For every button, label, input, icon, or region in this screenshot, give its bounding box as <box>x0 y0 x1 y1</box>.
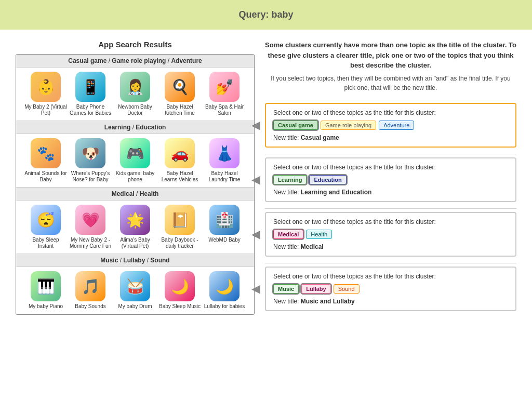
app-icon: 🎮 <box>120 138 150 168</box>
app-icon: 🏥 <box>209 205 240 235</box>
app-icon: 🚗 <box>165 138 195 168</box>
topic-selector-label: Select one or two of these topics as the… <box>273 164 508 171</box>
app-label: My New Baby 2 - Mommy Care Fun <box>69 237 112 249</box>
app-item[interactable]: 🌙Lullaby for babies <box>203 271 246 310</box>
app-label: WebMD Baby <box>208 237 241 243</box>
app-icon: 🌟 <box>120 205 150 235</box>
topic-selector-label: Select one or two of these topics as the… <box>273 109 508 116</box>
app-icon: 📱 <box>75 72 105 102</box>
cluster-header-medical: Medical / Health <box>16 188 254 201</box>
topic-button-health[interactable]: Health <box>306 230 332 239</box>
cluster-apps-medical: 😴Baby Sleep Instant💗My New Baby 2 - Momm… <box>16 201 254 254</box>
app-item[interactable]: 👗Baby Hazel Laundry Time <box>203 138 246 183</box>
app-item[interactable]: 🚗Baby Hazel Learns Vehicles <box>158 138 201 183</box>
app-item[interactable]: 😴Baby Sleep Instant <box>24 205 67 249</box>
arrow-icon: ◀ <box>251 282 260 296</box>
new-title-learning: New title: Learning and Education <box>273 189 508 196</box>
topic-buttons-music: MusicLullabySound <box>273 284 508 294</box>
app-item[interactable]: 🌙Baby Sleep Music <box>158 271 201 310</box>
instruction-bold: Some clusters currently have more than o… <box>265 41 516 69</box>
query-bar: Query: baby <box>0 0 532 30</box>
app-label: Where's Puppy's Nose? for Baby <box>69 170 112 183</box>
app-item[interactable]: 🎮Kids game: baby phone <box>114 138 156 183</box>
topic-button-adventure[interactable]: Adventure <box>379 121 414 130</box>
app-icon: 👗 <box>209 138 240 168</box>
main-content: App Search Results Casual game / Game ro… <box>0 40 532 317</box>
new-title-casual: New title: Casual game <box>273 134 508 141</box>
cluster-apps-music: 🎹My baby Piano🎵Baby Sounds🥁My baby Drum🌙… <box>16 267 254 314</box>
arrow-icon: ◀ <box>251 118 260 132</box>
topic-selector-casual: ◀Select one or two of these topics as th… <box>265 103 516 148</box>
topic-selector-label: Select one or two of these topics as the… <box>273 273 508 280</box>
app-label: Baby Spa & Hair Salon <box>203 104 246 116</box>
app-label: Animal Sounds for Baby <box>24 170 67 183</box>
app-item[interactable]: 🌟Alima's Baby (Virtual Pet) <box>114 205 156 249</box>
cluster-header-music: Music / Lullaby / Sound <box>16 254 254 267</box>
app-item[interactable]: 💅Baby Spa & Hair Salon <box>203 72 246 116</box>
topic-button-education[interactable]: Education <box>309 175 346 184</box>
topic-button-lullaby[interactable]: Lullaby <box>301 284 331 294</box>
topic-button-sound[interactable]: Sound <box>334 284 360 294</box>
cluster-section-music: Music / Lullaby / Sound🎹My baby Piano🎵Ba… <box>16 254 254 314</box>
app-item[interactable]: 💗My New Baby 2 - Mommy Care Fun <box>69 205 112 249</box>
topic-button-music[interactable]: Music <box>273 284 299 294</box>
app-label: Baby Daybook - daily tracker <box>158 237 201 249</box>
app-icon: 📔 <box>165 205 195 235</box>
right-panel: Some clusters currently have more than o… <box>265 40 516 317</box>
divider <box>265 263 516 263</box>
topic-button-game-role-playing[interactable]: Game role playing <box>321 121 376 130</box>
app-icon: 💗 <box>75 205 105 235</box>
app-item[interactable]: 🐾Animal Sounds for Baby <box>24 138 67 183</box>
app-item[interactable]: 🎹My baby Piano <box>24 271 67 310</box>
topic-button-medical[interactable]: Medical <box>273 230 303 239</box>
topic-button-learning[interactable]: Learning <box>273 175 307 184</box>
topic-selector-label: Select one or two of these topics as the… <box>273 218 508 225</box>
arrow-icon: ◀ <box>251 228 260 241</box>
app-label: Newborn Baby Doctor <box>114 104 156 116</box>
app-item[interactable]: 👩‍⚕️Newborn Baby Doctor <box>114 72 156 116</box>
app-label: Lullaby for babies <box>204 303 245 310</box>
clusters-box: Casual game / Game role playing / Advent… <box>16 54 255 315</box>
topic-selectors-container: ◀Select one or two of these topics as th… <box>265 103 516 311</box>
app-item[interactable]: 🏥WebMD Baby <box>203 205 246 249</box>
app-icon: 🐶 <box>75 138 105 168</box>
app-label: Baby Hazel Learns Vehicles <box>158 170 201 183</box>
app-icon: 🎵 <box>75 271 105 301</box>
app-icon: 🌙 <box>209 271 240 301</box>
new-title-music: New title: Music and Lullaby <box>273 298 508 305</box>
app-label: My baby Piano <box>29 303 63 310</box>
app-item[interactable]: 📔Baby Daybook - daily tracker <box>158 205 201 249</box>
app-icon: 🎹 <box>31 271 61 301</box>
app-icon: 👶 <box>31 72 61 102</box>
app-label: Baby Sounds <box>75 303 106 310</box>
app-icon: 🥁 <box>120 271 150 301</box>
topic-buttons-learning: LearningEducation <box>273 175 508 184</box>
new-title-medical: New title: Medical <box>273 243 508 250</box>
topic-button-casual-game[interactable]: Casual game <box>273 121 318 130</box>
app-icon: 👩‍⚕️ <box>120 72 150 102</box>
query-value: baby <box>272 9 294 20</box>
app-label: Kids game: baby phone <box>114 170 156 183</box>
topic-selector-learning: ◀Select one or two of these topics as th… <box>265 157 516 202</box>
app-item[interactable]: 🐶Where's Puppy's Nose? for Baby <box>69 138 112 183</box>
topic-buttons-casual: Casual gameGame role playingAdventure <box>273 121 508 130</box>
app-item[interactable]: 🍳Baby Hazel Kitchen Time <box>158 72 201 116</box>
cluster-section-casual: Casual game / Game role playing / Advent… <box>16 55 254 121</box>
arrow-icon: ◀ <box>251 173 260 187</box>
app-item[interactable]: 📱Baby Phone Games for Babies <box>69 72 112 116</box>
app-label: Baby Hazel Laundry Time <box>203 170 246 183</box>
app-item[interactable]: 🎵Baby Sounds <box>69 271 112 310</box>
app-item[interactable]: 🥁My baby Drum <box>114 271 156 310</box>
cluster-apps-casual: 👶My Baby 2 (Virtual Pet)📱Baby Phone Game… <box>16 68 254 121</box>
app-label: Baby Sleep Instant <box>24 237 67 249</box>
cluster-section-learning: Learning / Education🐾Animal Sounds for B… <box>16 121 254 188</box>
app-icon: 💅 <box>209 72 240 102</box>
app-icon: 🌙 <box>165 271 195 301</box>
app-icon: 🐾 <box>31 138 61 168</box>
cluster-apps-learning: 🐾Animal Sounds for Baby🐶Where's Puppy's … <box>16 134 254 188</box>
cluster-header-learning: Learning / Education <box>16 121 254 134</box>
app-item[interactable]: 👶My Baby 2 (Virtual Pet) <box>24 72 67 116</box>
app-label: Baby Sleep Music <box>159 303 201 310</box>
left-panel: App Search Results Casual game / Game ro… <box>16 40 255 317</box>
app-icon: 🍳 <box>165 72 195 102</box>
